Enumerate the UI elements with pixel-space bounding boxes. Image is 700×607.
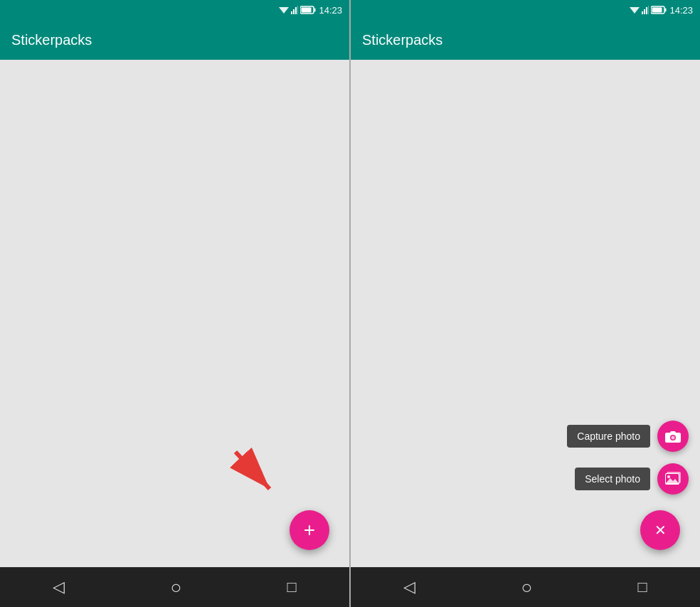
select-photo-label: Select photo bbox=[575, 468, 650, 490]
svg-rect-4 bbox=[297, 6, 298, 14]
home-button[interactable]: ○ bbox=[170, 576, 181, 598]
back-button[interactable]: ◁ bbox=[53, 578, 65, 596]
battery-icon bbox=[300, 6, 316, 14]
svg-rect-3 bbox=[295, 7, 297, 14]
capture-photo-speed-dial[interactable]: Capture photo bbox=[567, 421, 689, 452]
right-recents-button[interactable]: □ bbox=[638, 578, 647, 596]
svg-rect-2 bbox=[293, 9, 295, 14]
right-status-time: 14:23 bbox=[669, 5, 693, 16]
right-app-bar: Stickerpacks bbox=[351, 20, 700, 60]
wifi-icon bbox=[279, 6, 289, 14]
right-status-bar: 14:23 bbox=[351, 0, 700, 20]
select-photo-speed-dial[interactable]: Select photo bbox=[575, 463, 689, 495]
left-status-bar: 14:23 bbox=[0, 0, 349, 20]
svg-rect-6 bbox=[314, 9, 316, 12]
select-photo-button[interactable] bbox=[657, 463, 689, 495]
svg-rect-11 bbox=[642, 11, 643, 14]
battery-icon-right bbox=[651, 6, 667, 14]
svg-line-9 bbox=[235, 452, 270, 489]
svg-marker-10 bbox=[630, 7, 640, 14]
signal-icon-right bbox=[642, 6, 649, 14]
svg-rect-13 bbox=[646, 7, 647, 14]
right-status-icons bbox=[630, 6, 667, 14]
right-screen: 14:23 Stickerpacks Capture photo Select … bbox=[351, 0, 700, 607]
svg-rect-14 bbox=[648, 6, 649, 14]
right-nav-bar: ◁ ○ □ bbox=[351, 567, 700, 607]
gallery-icon bbox=[665, 472, 681, 486]
right-content-area: Capture photo Select photo bbox=[351, 60, 700, 567]
right-app-title: Stickerpacks bbox=[362, 32, 442, 48]
add-fab-button[interactable]: + bbox=[290, 510, 329, 550]
svg-rect-16 bbox=[665, 9, 667, 12]
right-back-button[interactable]: ◁ bbox=[403, 578, 415, 596]
close-icon: ✕ bbox=[654, 522, 667, 539]
left-app-bar: Stickerpacks bbox=[0, 20, 349, 60]
arrow-indicator bbox=[221, 445, 285, 505]
left-status-time: 14:23 bbox=[319, 5, 342, 16]
svg-point-19 bbox=[672, 436, 675, 440]
svg-marker-0 bbox=[279, 7, 289, 14]
signal-icon bbox=[291, 6, 298, 14]
svg-rect-7 bbox=[302, 8, 312, 13]
camera-icon bbox=[665, 430, 681, 443]
svg-point-24 bbox=[667, 475, 670, 478]
capture-photo-label: Capture photo bbox=[567, 425, 650, 448]
svg-rect-12 bbox=[644, 9, 645, 14]
close-fab-button[interactable]: ✕ bbox=[640, 510, 680, 550]
left-nav-bar: ◁ ○ □ bbox=[0, 567, 349, 607]
left-status-icons bbox=[279, 6, 316, 14]
recents-button[interactable]: □ bbox=[287, 578, 297, 596]
left-content-area: + bbox=[0, 60, 349, 567]
right-home-button[interactable]: ○ bbox=[521, 576, 532, 598]
capture-photo-button[interactable] bbox=[657, 421, 689, 452]
svg-rect-17 bbox=[652, 8, 662, 13]
wifi-icon-right bbox=[630, 6, 640, 14]
plus-icon: + bbox=[304, 519, 315, 542]
svg-rect-1 bbox=[291, 11, 292, 14]
left-screen: 14:23 Stickerpacks + ◁ ○ □ bbox=[0, 0, 349, 607]
left-app-title: Stickerpacks bbox=[11, 32, 92, 48]
